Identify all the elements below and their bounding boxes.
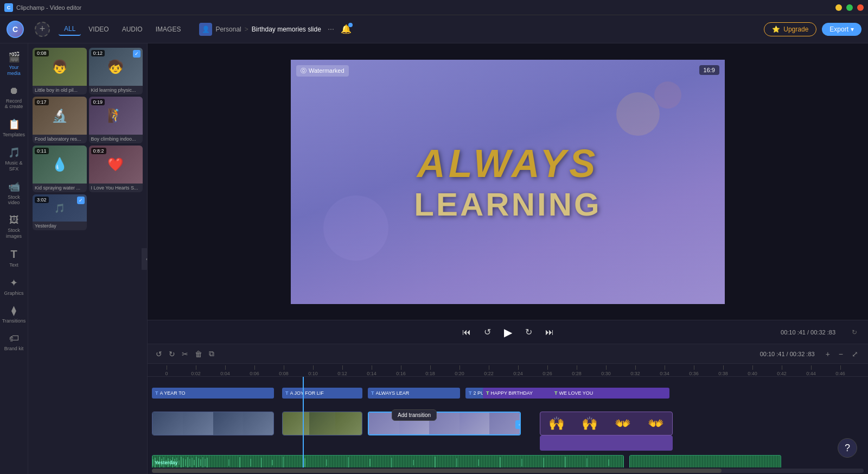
media-duration: 0:12 bbox=[91, 50, 105, 56]
window-close-button[interactable] bbox=[857, 4, 864, 11]
sidebar-item-brand-kit[interactable]: 🏷 Brand kit bbox=[2, 330, 26, 355]
ruler-mark: 0:14 bbox=[357, 365, 386, 376]
undo-button[interactable]: ↺ bbox=[154, 348, 164, 360]
panel-collapse-arrow[interactable]: ‹ bbox=[142, 248, 148, 270]
video-clip-5[interactable]: 🙌🙌👐👐 bbox=[540, 412, 673, 435]
sidebar-item-your-media[interactable]: 🎬 Your media bbox=[2, 48, 26, 80]
ruler-mark: 0:12 bbox=[328, 365, 357, 376]
timeline-scrollbar[interactable] bbox=[152, 469, 864, 473]
sidebar-item-record[interactable]: ⏺ Record & create bbox=[2, 82, 26, 113]
go-to-start-button[interactable]: ⏮ bbox=[460, 325, 473, 339]
media-item[interactable]: 🧒 0:12 ✓ Kid learning physic... bbox=[89, 48, 143, 94]
svg-rect-41 bbox=[500, 457, 501, 467]
media-item[interactable]: 👦 0:08 Little boy in old pil... bbox=[33, 48, 87, 94]
nav-tab-images[interactable]: IMAGES bbox=[150, 23, 187, 35]
rotation-icon[interactable]: ↻ bbox=[852, 328, 857, 336]
ruler-mark: 0:04 bbox=[210, 365, 240, 376]
sidebar-item-transitions[interactable]: ⧫ Transitions bbox=[2, 301, 26, 327]
sidebar-item-graphics[interactable]: ✦ Graphics bbox=[2, 274, 26, 300]
media-item[interactable]: 🧗 0:19 Boy climbing indoo... bbox=[89, 97, 143, 143]
fast-forward-button[interactable]: ↻ bbox=[523, 325, 534, 339]
graphics-icon: ✦ bbox=[10, 277, 18, 289]
audio-clip-1[interactable]: Yesterday bbox=[152, 455, 624, 467]
upgrade-button[interactable]: ⭐ Upgrade bbox=[764, 22, 816, 36]
add-transition-tooltip[interactable]: Add transition bbox=[392, 409, 437, 421]
ruler-mark: 0:02 bbox=[181, 365, 210, 376]
preview-text: ALWAYS LEARNING bbox=[414, 141, 601, 223]
ruler-mark: 0:26 bbox=[533, 365, 562, 376]
window-minimize-button[interactable] bbox=[835, 4, 842, 11]
ruler-mark: 0:30 bbox=[591, 365, 621, 376]
sidebar-item-stock-images[interactable]: 🖼 Stock images bbox=[2, 211, 26, 243]
media-duration: 0:17 bbox=[35, 99, 49, 105]
sidebar-item-stock-video[interactable]: 📹 Stock video bbox=[2, 178, 26, 210]
cut-button[interactable]: ✂ bbox=[180, 348, 190, 360]
video-clip-3[interactable]: + bbox=[368, 412, 521, 435]
breadcrumb-menu-button[interactable]: ⋯ bbox=[324, 23, 337, 36]
main-area: ⓪ Watermarked 16:9 ALWAYS LEARNING ⏮ ↺ ▶ bbox=[148, 43, 868, 474]
svg-rect-33 bbox=[326, 459, 327, 466]
title-clip-1[interactable]: T A YEAR TO bbox=[152, 388, 274, 399]
video-clip-2[interactable] bbox=[282, 412, 362, 435]
rewind-button[interactable]: ↺ bbox=[482, 325, 493, 339]
overlay-clip[interactable] bbox=[540, 435, 673, 451]
svg-rect-34 bbox=[348, 457, 349, 467]
svg-rect-20 bbox=[196, 457, 197, 467]
clipchamp-logo[interactable]: C bbox=[7, 21, 24, 38]
title-clip-6[interactable]: T WE LOVE YOU bbox=[551, 388, 669, 399]
media-item[interactable]: ❤️ 0:8:2 I Love You Hearts S... bbox=[89, 146, 143, 192]
left-sidebar: 🎬 Your media ⏺ Record & create 📋 Templat… bbox=[0, 43, 28, 474]
timeline-zoom-controls: + − ⤢ bbox=[822, 349, 861, 359]
nav-tab-audio[interactable]: AUDIO bbox=[117, 23, 148, 35]
title-clip-2[interactable]: T A JOY FOR LIF bbox=[282, 388, 362, 399]
breadcrumb-home[interactable]: Personal bbox=[215, 26, 241, 33]
sidebar-item-music[interactable]: 🎵 Music & SFX bbox=[2, 143, 26, 175]
svg-rect-18 bbox=[192, 458, 193, 467]
ruler-mark: 0:10 bbox=[298, 365, 328, 376]
transition-button[interactable]: + bbox=[515, 420, 521, 429]
ruler-mark: 0:38 bbox=[709, 365, 738, 376]
title-clip-3[interactable]: T ALWAYS LEAR bbox=[368, 388, 460, 399]
play-pause-button[interactable]: ▶ bbox=[502, 324, 514, 341]
redo-button[interactable]: ↻ bbox=[167, 348, 177, 360]
ruler-mark: 0:42 bbox=[767, 365, 796, 376]
fit-to-window-button[interactable]: ⤢ bbox=[848, 349, 861, 359]
svg-rect-44 bbox=[565, 457, 566, 467]
duplicate-button[interactable]: ⧉ bbox=[207, 347, 216, 360]
timeline-scrollbar-thumb[interactable] bbox=[152, 469, 722, 473]
help-button[interactable]: ? bbox=[838, 438, 857, 458]
sidebar-item-templates[interactable]: 📋 Templates bbox=[2, 115, 26, 141]
go-to-end-button[interactable]: ⏭ bbox=[543, 325, 556, 339]
svg-rect-27 bbox=[239, 457, 240, 467]
audio-track: Yesterday bbox=[152, 454, 864, 467]
timeline-tracks: T A YEAR TO T A JOY FOR LIF T ALWAYS LEA… bbox=[148, 377, 868, 467]
media-item[interactable]: 🎵 3:02 ✓ Yesterday bbox=[33, 194, 87, 230]
nav-tab-all[interactable]: ALL bbox=[59, 23, 81, 36]
nav-tab-video[interactable]: VIDEO bbox=[83, 23, 114, 35]
audio-clip-2[interactable] bbox=[629, 455, 781, 467]
media-check-icon: ✓ bbox=[133, 50, 141, 58]
svg-rect-13 bbox=[181, 457, 182, 467]
svg-rect-31 bbox=[283, 457, 284, 467]
media-duration: 0:08 bbox=[35, 50, 49, 56]
zoom-in-button[interactable]: + bbox=[822, 349, 833, 359]
media-item[interactable]: 🔬 0:17 Food laboratory res... bbox=[33, 97, 87, 143]
export-chevron-icon: ▾ bbox=[851, 26, 854, 33]
video-clip-1[interactable] bbox=[152, 412, 274, 435]
time-display: 00:10 :41 / 00:32 :83 bbox=[781, 329, 835, 336]
window-maximize-button[interactable] bbox=[846, 4, 853, 11]
export-button[interactable]: Export ▾ bbox=[822, 23, 861, 36]
svg-rect-39 bbox=[456, 458, 457, 467]
audio-clip-label: Yesterday bbox=[155, 460, 178, 465]
sidebar-item-text[interactable]: T Text bbox=[2, 245, 26, 271]
title-track: T A YEAR TO T A JOY FOR LIF T ALWAYS LEA… bbox=[152, 379, 864, 407]
record-icon: ⏺ bbox=[9, 85, 19, 97]
svg-rect-25 bbox=[207, 458, 208, 467]
add-project-button[interactable]: + bbox=[35, 22, 50, 37]
media-item[interactable]: 💧 0:11 Kid spraying water ... bbox=[33, 146, 87, 192]
media-grid: 👦 0:08 Little boy in old pil... 🧒 0:12 ✓… bbox=[28, 43, 147, 235]
delete-button[interactable]: 🗑 bbox=[193, 348, 204, 360]
app-logo-icon: C bbox=[4, 3, 13, 12]
zoom-out-button[interactable]: − bbox=[835, 349, 846, 359]
notifications-bell-icon[interactable]: 🔔 bbox=[341, 24, 352, 34]
